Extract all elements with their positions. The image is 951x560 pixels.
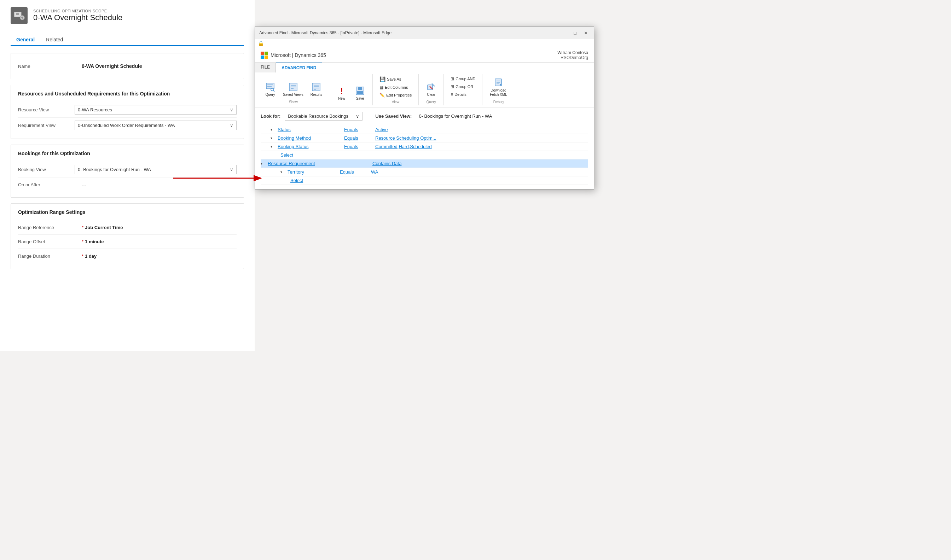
- booking-status-field[interactable]: Booking Status: [278, 144, 341, 149]
- query-icon: [265, 81, 276, 92]
- edit-properties-icon: ✏️: [380, 92, 385, 98]
- booking-view-value: 0- Bookings for Overnight Run - WA: [78, 167, 151, 172]
- resource-req-chevron[interactable]: ▾: [261, 162, 265, 165]
- select-link-1[interactable]: Select: [280, 152, 293, 158]
- tab-related[interactable]: Related: [40, 34, 69, 46]
- booking-method-field[interactable]: Booking Method: [278, 135, 341, 141]
- browser-minimize-button[interactable]: −: [560, 29, 568, 37]
- requirement-view-dropdown-arrow: ∨: [230, 123, 234, 128]
- booking-method-value[interactable]: Resource Scheduling Optim...: [375, 135, 436, 141]
- page-title: 0-WA Overnight Schedule: [33, 13, 122, 22]
- details-icon: ≡: [451, 92, 453, 97]
- group-and-button[interactable]: ⊞ Group AND: [448, 75, 478, 82]
- svg-rect-28: [357, 91, 363, 94]
- save-as-icon: 💾: [380, 76, 385, 82]
- results-icon: [311, 81, 322, 92]
- svg-rect-9: [265, 52, 268, 55]
- edit-columns-button[interactable]: ▦ Edit Columns: [377, 84, 410, 91]
- range-ref-value: Job Current Time: [85, 225, 123, 230]
- resource-view-input[interactable]: 0-WA Resources ∨: [75, 105, 237, 115]
- d365-brand-label: Microsoft | Dynamics 365: [271, 52, 326, 58]
- page-header-text: SCHEDULING OPTIMIZATION SCOPE 0-WA Overn…: [33, 9, 122, 22]
- booking-method-operator[interactable]: Equals: [344, 135, 372, 141]
- filter-row-booking-method: ▾ Booking Method Equals Resource Schedul…: [261, 134, 588, 143]
- browser-restore-button[interactable]: □: [571, 29, 579, 37]
- ribbon-view-buttons: 💾 Save As ▦ Edit Columns ✏️ Edit Propert…: [377, 75, 414, 98]
- territory-chevron[interactable]: ▾: [280, 170, 285, 174]
- download-fetch-xml-label: Download Fetch XML: [489, 88, 508, 97]
- browser-toolbar: 🔒: [255, 39, 594, 48]
- resource-view-label: Resource View: [18, 107, 75, 112]
- browser-close-button[interactable]: ✕: [582, 29, 589, 37]
- ribbon-content: Query Saved Views: [255, 72, 594, 107]
- select-link-2[interactable]: Select: [290, 178, 303, 183]
- edit-properties-button[interactable]: ✏️ Edit Properties: [377, 92, 414, 98]
- svg-rect-8: [261, 52, 264, 55]
- booking-view-label: Booking View: [18, 167, 75, 172]
- red-arrow: [173, 173, 265, 183]
- requirement-view-input[interactable]: 0-Unscheduled Work Order Requirements - …: [75, 120, 237, 130]
- territory-operator[interactable]: Equals: [340, 169, 368, 175]
- filter-row-select-1: Select: [261, 151, 588, 160]
- ribbon-tab-advanced-find[interactable]: ADVANCED FIND: [276, 63, 322, 72]
- browser-title: Advanced Find - Microsoft Dynamics 365 -…: [259, 31, 391, 35]
- on-or-after-label: On or After: [18, 182, 75, 188]
- tab-general[interactable]: General: [11, 34, 40, 46]
- results-button[interactable]: Results: [308, 80, 325, 98]
- resource-view-value: 0-WA Resources: [78, 107, 112, 112]
- look-for-dropdown-arrow: ∨: [356, 114, 359, 119]
- save-as-button[interactable]: 💾 Save As: [377, 75, 403, 83]
- booking-status-chevron[interactable]: ▾: [271, 145, 275, 148]
- save-button[interactable]: Save: [352, 83, 368, 103]
- status-value[interactable]: Active: [375, 127, 388, 132]
- group-and-label: Group AND: [455, 77, 476, 81]
- edit-columns-icon: ▦: [380, 85, 383, 90]
- svg-rect-11: [265, 55, 268, 59]
- status-field[interactable]: Status: [278, 127, 341, 132]
- group-or-icon: ⊞: [451, 84, 454, 89]
- filter-row-resource-req: ▾ Resource Requirement Contains Data: [261, 160, 588, 168]
- requirement-view-row: Requirement View 0-Unscheduled Work Orde…: [18, 118, 237, 133]
- territory-value[interactable]: WA: [371, 169, 378, 175]
- d365-header: Microsoft | Dynamics 365 William Contoso…: [255, 48, 594, 63]
- new-button[interactable]: ! New: [334, 83, 350, 103]
- booking-view-dropdown-arrow: ∨: [230, 167, 234, 172]
- ms-logo-icon: [261, 52, 268, 59]
- ribbon-group-query-label: Query: [426, 100, 436, 104]
- query-button[interactable]: Query: [262, 80, 279, 98]
- look-for-row: Look for: Bookable Resource Bookings ∨ U…: [261, 112, 588, 120]
- saved-view-label: Use Saved View:: [375, 114, 412, 119]
- booking-view-input[interactable]: 0- Bookings for Overnight Run - WA ∨: [75, 165, 237, 174]
- requirement-view-label: Requirement View: [18, 123, 75, 128]
- ribbon-group-query: ⊞ Group AND ⊞ Group OR ≡ Details: [444, 74, 482, 105]
- clear-button[interactable]: Clear: [423, 80, 439, 98]
- d365-username: William Contoso: [557, 50, 588, 55]
- edit-properties-label: Edit Properties: [386, 93, 412, 97]
- resource-req-field[interactable]: Resource Requirement: [268, 161, 339, 166]
- booking-status-operator[interactable]: Equals: [344, 144, 372, 149]
- ribbon-group-new-save: ! New Save: [329, 74, 373, 105]
- booking-status-value[interactable]: Committed;Hard;Scheduled: [375, 144, 432, 149]
- download-fetch-xml-button[interactable]: Download Fetch XML: [487, 75, 510, 98]
- territory-field[interactable]: Territory: [288, 169, 337, 175]
- optimization-section: Optimization Range Settings Range Refere…: [11, 203, 244, 269]
- look-for-select[interactable]: Bookable Resource Bookings ∨: [285, 112, 363, 120]
- svg-rect-29: [428, 85, 432, 90]
- saved-views-button[interactable]: Saved Views: [280, 80, 306, 98]
- resource-req-value[interactable]: Contains Data: [372, 161, 402, 166]
- ribbon: FILE ADVANCED FIND: [255, 63, 594, 108]
- optimization-section-title: Optimization Range Settings: [18, 209, 237, 215]
- page-subtitle: SCHEDULING OPTIMIZATION SCOPE: [33, 9, 122, 13]
- resource-view-dropdown-arrow: ∨: [230, 107, 234, 112]
- resources-section-title: Resources and Unscheduled Requirements f…: [18, 91, 237, 97]
- booking-method-chevron[interactable]: ▾: [271, 136, 275, 140]
- group-or-button[interactable]: ⊞ Group OR: [448, 83, 476, 90]
- range-duration-row: Range Duration * 1 day: [18, 249, 237, 263]
- status-operator[interactable]: Equals: [344, 127, 372, 132]
- status-chevron[interactable]: ▾: [271, 128, 275, 132]
- on-or-after-value: ---: [82, 182, 86, 188]
- adv-find-content: Look for: Bookable Resource Bookings ∨ U…: [255, 108, 594, 189]
- details-button[interactable]: ≡ Details: [448, 91, 469, 98]
- ribbon-tab-file[interactable]: FILE: [255, 63, 276, 72]
- range-offset-value: 1 minute: [85, 239, 104, 244]
